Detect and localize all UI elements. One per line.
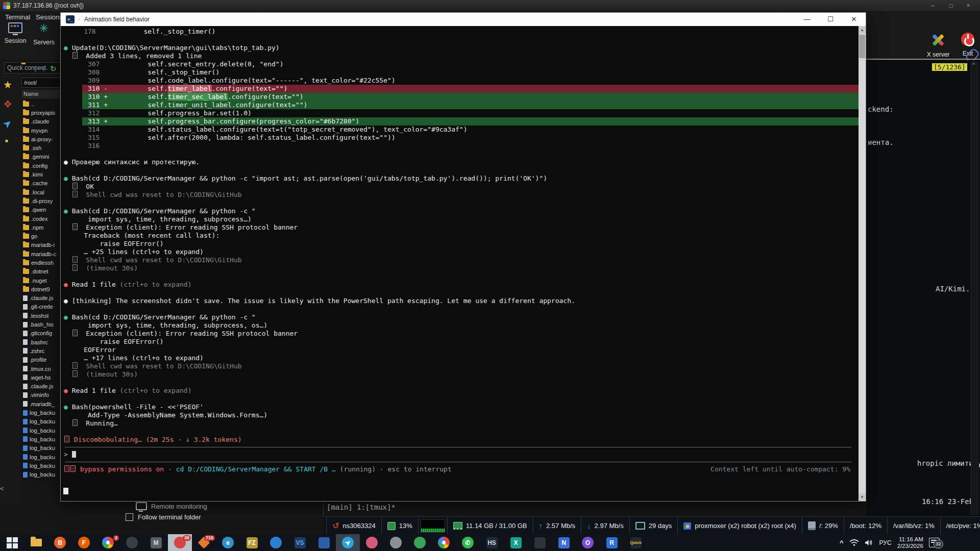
scrollbar-up-icon[interactable]: ▲ (859, 26, 866, 34)
menu-terminal[interactable]: Terminal (5, 13, 30, 21)
file-row[interactable]: .di-proxy (21, 196, 60, 205)
refresh-icon[interactable]: ↻ (50, 64, 57, 73)
file-row[interactable]: .claude.js (21, 382, 60, 391)
favorites-star-icon[interactable]: ★ (3, 79, 12, 91)
file-row[interactable]: proxyapis (21, 108, 60, 117)
scrollbar-thumb[interactable] (859, 35, 865, 58)
file-row[interactable]: .viminfo (21, 391, 60, 399)
taskbar-icon-app-blue-1[interactable] (264, 534, 288, 551)
file-row[interactable]: mariadb-i (21, 241, 60, 249)
terminal-scrollbar[interactable]: ▲ ▼ (859, 26, 866, 501)
file-row[interactable]: .gemini (21, 153, 60, 161)
macros-icon[interactable]: ❖ (3, 98, 12, 110)
moba-close-button[interactable]: × (960, 0, 977, 11)
file-row[interactable]: log_backu (21, 417, 60, 426)
taskbar-icon-app-gray-2[interactable] (384, 534, 408, 551)
file-row[interactable]: .. (21, 99, 60, 108)
file-row[interactable]: go (21, 232, 60, 240)
file-row[interactable]: log_backu (21, 444, 60, 453)
scroll-up-arrow-icon[interactable]: ^ (972, 62, 975, 68)
terminal-output[interactable]: 178 self._stop_timer()● Update(D:\CODING… (61, 26, 859, 501)
file-row[interactable]: log_backu (21, 470, 60, 479)
follow-terminal-folder-checkbox[interactable]: Follow terminal folder (126, 513, 201, 521)
file-row[interactable]: .kimi (21, 170, 60, 179)
file-row[interactable]: .claude.js (21, 294, 60, 303)
download-icon[interactable]: ↓ (34, 64, 38, 73)
remote-monitoring-button[interactable]: Remote monitoring (136, 502, 207, 510)
language-indicator[interactable]: РУС (879, 539, 892, 546)
background-terminal-scrollbar[interactable] (971, 61, 979, 515)
servers-button[interactable]: ✳ Servers (32, 22, 56, 46)
file-row[interactable]: .git-crede (21, 303, 60, 311)
file-row[interactable]: .zshrc (21, 346, 60, 355)
file-row[interactable]: .ssh (21, 143, 60, 152)
moba-minimize-button[interactable]: – (924, 0, 941, 11)
dot-tool-icon[interactable]: ● (5, 137, 9, 144)
file-row[interactable]: .profile (21, 356, 60, 364)
file-row[interactable]: log_backu (21, 453, 60, 461)
taskbar-icon-app-dark-2[interactable] (528, 534, 552, 551)
file-row[interactable]: .lesshst (21, 311, 60, 320)
file-row[interactable]: .claude (21, 117, 60, 126)
taskbar-icon-app-blue-2[interactable] (312, 534, 336, 551)
taskbar-icon-rstudio[interactable]: R (600, 534, 624, 551)
taskbar-icon-app-dark-1[interactable] (120, 534, 144, 551)
files-column-header[interactable]: Name (21, 90, 62, 98)
taskbar-icon-chrome[interactable]: 2 (96, 534, 120, 551)
file-row[interactable]: endlessh (21, 258, 60, 267)
clock[interactable]: 11:16 AM 2/23/2026 (897, 536, 923, 549)
sftp-path-input[interactable]: /root/ (21, 78, 61, 88)
file-row[interactable]: .tmux.co (21, 364, 60, 373)
taskbar-icon-filezilla[interactable]: FZ (240, 534, 264, 551)
file-row[interactable]: myvpn (21, 126, 60, 135)
terminal-minimize-button[interactable]: — (795, 13, 819, 26)
file-row[interactable]: .npm (21, 223, 60, 232)
x-server-button[interactable]: X server (924, 33, 952, 58)
taskbar-icon-start[interactable] (0, 534, 24, 551)
file-row[interactable]: .nuget (21, 276, 60, 285)
file-row[interactable]: log_backu (21, 426, 60, 435)
taskbar-icon-firefox[interactable]: F (72, 534, 96, 551)
moba-maximize-button[interactable]: □ (942, 0, 960, 11)
tray-chevron-icon[interactable]: ^ (840, 539, 844, 546)
file-row[interactable]: .bash_his (21, 320, 60, 329)
file-row[interactable]: .qwen (21, 206, 60, 214)
taskbar-icon-file-explorer[interactable] (24, 534, 48, 551)
taskbar-icon-edge[interactable]: e (216, 534, 240, 551)
file-row[interactable]: .wget-hs (21, 373, 60, 382)
terminal-maximize-button[interactable]: ☐ (819, 13, 842, 26)
panel-collapse-button[interactable]: < (0, 485, 4, 492)
file-row[interactable]: mariadb-c (21, 249, 60, 258)
taskbar-icon-vscode[interactable]: VS (288, 534, 312, 551)
taskbar-icon-app-teal-x[interactable]: X (504, 534, 528, 551)
file-row[interactable]: log_backu (21, 408, 60, 417)
taskbar-icon-telegram[interactable]: ➤ (336, 534, 360, 551)
taskbar-icon-app-gray-m[interactable]: M (144, 534, 168, 551)
file-row[interactable]: log_backu (21, 461, 60, 470)
file-row[interactable]: ai-proxy- (21, 135, 60, 143)
file-row[interactable]: .bashrc (21, 338, 60, 346)
menu-sessions[interactable]: Sessions (36, 13, 63, 21)
taskbar-icon-app-pink[interactable] (360, 534, 384, 551)
paper-plane-icon[interactable]: ➤ (0, 116, 14, 131)
taskbar-icon-quick-assist[interactable]: Quick (624, 534, 648, 551)
session-button[interactable]: Session (3, 22, 28, 44)
scrollbar-down-icon[interactable]: ▼ (859, 493, 866, 501)
file-row[interactable]: .cache (21, 179, 60, 188)
file-row[interactable]: .config (21, 161, 60, 170)
file-row[interactable]: .gitconfig (21, 329, 60, 338)
file-row[interactable]: .codex (21, 214, 60, 223)
taskbar-icon-app-orange-diamond[interactable]: 715 (192, 534, 216, 551)
taskbar-icon-app-green[interactable] (408, 534, 432, 551)
file-row[interactable]: .local (21, 188, 60, 196)
upload-icon[interactable]: ↑ (42, 64, 46, 73)
taskbar-icon-whatsapp[interactable]: ✆ (456, 534, 480, 551)
file-row[interactable]: log_backu (21, 435, 60, 443)
terminal-window-titlebar[interactable]: >_ · Animation field behavior — ☐ ✕ (61, 13, 866, 27)
taskbar-icon-chrome-profile-g[interactable] (432, 534, 456, 551)
taskbar-icon-app-red-active[interactable]: 30 (168, 534, 192, 551)
file-row[interactable]: .dotnet (21, 267, 60, 276)
speaker-icon[interactable] (865, 539, 874, 546)
taskbar-icon-app-purple[interactable]: O (576, 534, 600, 551)
file-row[interactable]: .mariadb_ (21, 399, 60, 408)
